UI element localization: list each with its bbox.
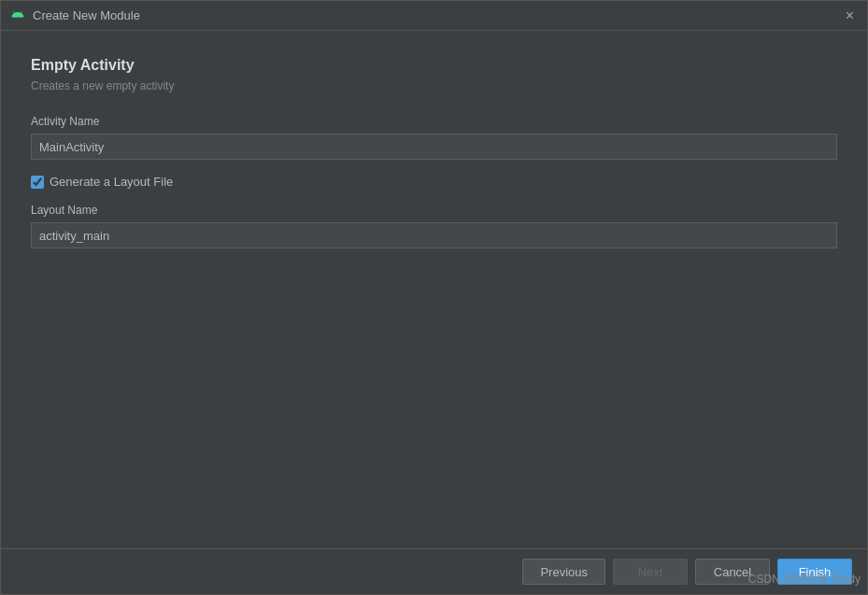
layout-name-input[interactable] — [31, 222, 837, 248]
watermark: CSDN @初学者-Study — [748, 572, 861, 588]
generate-layout-checkbox[interactable] — [31, 176, 44, 189]
section-subtitle: Creates a new empty activity — [31, 79, 837, 92]
activity-name-input[interactable] — [31, 134, 837, 160]
generate-layout-label[interactable]: Generate a Layout File — [50, 175, 173, 189]
close-button[interactable]: × — [842, 7, 858, 25]
section-title: Empty Activity — [31, 57, 837, 74]
title-bar-left: Create New Module — [10, 8, 140, 23]
generate-layout-row: Generate a Layout File — [31, 175, 837, 189]
dialog-overlay: Create New Module × Empty Activity Creat… — [0, 0, 868, 595]
activity-name-label: Activity Name — [31, 115, 837, 128]
dialog-content: Empty Activity Creates a new empty activ… — [1, 31, 867, 548]
android-icon — [10, 8, 25, 23]
create-module-dialog: Create New Module × Empty Activity Creat… — [0, 0, 868, 595]
previous-button[interactable]: Previous — [522, 559, 605, 585]
dialog-footer: Previous Next Cancel Finish — [1, 548, 867, 594]
layout-name-label: Layout Name — [31, 204, 837, 217]
dialog-title: Create New Module — [33, 8, 140, 22]
next-button[interactable]: Next — [613, 559, 688, 585]
title-bar: Create New Module × — [1, 1, 867, 31]
